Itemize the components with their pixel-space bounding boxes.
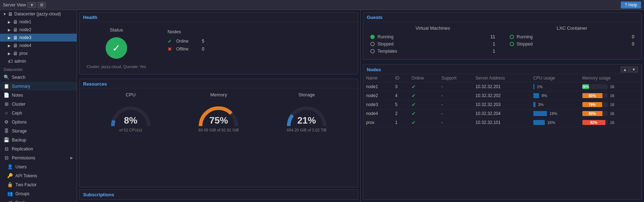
table-row[interactable]: prox 1 ✔ - 10.32.32.101 16% 92% 16 bbox=[363, 118, 641, 127]
cpu-bar bbox=[533, 120, 545, 125]
table-row[interactable]: node1 3 ✔ - 10.32.32.201 1% 26% 16 bbox=[363, 82, 641, 91]
node-cpu-usage: 8% bbox=[530, 91, 580, 100]
memory-sub: 69.69 GiB of 92.92 GiB bbox=[198, 128, 239, 132]
nodes-scroll[interactable]: Name ID Online Support Server Address CP… bbox=[363, 74, 641, 199]
cpu-sub: of 52 CPU(s) bbox=[119, 128, 142, 132]
node-name: node4 bbox=[363, 109, 392, 118]
node-cpu-usage: 3% bbox=[530, 100, 580, 109]
tree-label-node2: node2 bbox=[19, 27, 31, 32]
sidebar-item-cluster[interactable]: ⊞ Cluster bbox=[0, 100, 77, 109]
subscriptions-bar: Subscriptions bbox=[79, 189, 358, 200]
sidebar-item-label: Replication bbox=[12, 146, 33, 152]
summary-icon: 📋 bbox=[4, 83, 9, 89]
sidebar-item-label: Groups bbox=[15, 191, 29, 196]
lxc-running-row: Running 0 bbox=[510, 34, 635, 39]
server-view-gear[interactable]: ⚙ bbox=[38, 2, 46, 8]
node-address: 10.32.32.204 bbox=[473, 109, 530, 118]
node-offline-row: ✖ Offline 0 bbox=[168, 46, 205, 52]
cpu-bar bbox=[533, 93, 539, 98]
lxc-col: LXC Container Running 0 Stopped 0 bbox=[510, 25, 635, 56]
two-factor-icon: 🔒 bbox=[7, 182, 13, 187]
vm-title: Virtual Machines bbox=[370, 25, 495, 31]
node-id: 2 bbox=[392, 109, 409, 118]
node-memory-usage: 80% 16 bbox=[580, 91, 641, 100]
node-cpu-usage: 16% bbox=[530, 118, 580, 127]
search-icon: 🔍 bbox=[4, 74, 9, 80]
table-row[interactable]: node2 4 ✔ - 10.32.32.202 8% 80% 16 bbox=[363, 91, 641, 100]
tree-item-datacenter[interactable]: ▼ 🖥 Datacenter (jazzy-cloud) bbox=[0, 10, 77, 18]
table-row[interactable]: node3 5 ✔ - 10.32.32.203 3% 79% 16 bbox=[363, 100, 641, 109]
panel-nav-up[interactable]: ▲ bbox=[621, 67, 629, 72]
resources-panel: Resources CPU 8% bbox=[79, 79, 358, 187]
online-check-icon: ✔ bbox=[412, 102, 416, 107]
cpu-col: CPU 8% of 52 CPU(s) bbox=[107, 92, 154, 132]
table-row[interactable]: node4 2 ✔ - 10.32.32.204 19% 80% 16 bbox=[363, 109, 641, 118]
sidebar-item-api-tokens[interactable]: 🔑 API Tokens bbox=[0, 171, 77, 180]
sidebar-item-groups[interactable]: 👥 Groups bbox=[0, 189, 77, 198]
vm-templates-row: Templates 1 bbox=[370, 49, 495, 54]
pools-icon: 🏷 bbox=[7, 200, 13, 202]
node-support: - bbox=[438, 100, 472, 109]
storage-gauge: 21% bbox=[283, 101, 330, 126]
memory-bar-fill: 26% bbox=[582, 84, 589, 89]
node-online: ✔ bbox=[409, 100, 438, 109]
tree-item-node3[interactable]: ▶ 🖥 node3 bbox=[0, 34, 77, 42]
tree-item-node1[interactable]: ▶ 🖥 node1 bbox=[0, 18, 77, 26]
sidebar-item-ceph[interactable]: ○ Ceph bbox=[0, 109, 77, 117]
memory-number: 16 bbox=[610, 93, 614, 98]
sidebar-item-notes[interactable]: 📄 Notes bbox=[0, 91, 77, 100]
memory-number: 16 bbox=[610, 120, 614, 125]
sidebar-item-pools[interactable]: 🏷 Pools bbox=[0, 198, 77, 202]
lxc-running-icon bbox=[510, 35, 514, 39]
sidebar-item-search[interactable]: 🔍 Search bbox=[0, 73, 77, 82]
sidebar-item-label: Cluster bbox=[12, 102, 25, 107]
sidebar-item-label: Storage bbox=[12, 129, 27, 134]
health-nodes-col: Nodes ✔ Online 5 ✖ Offline 0 bbox=[168, 27, 205, 52]
sidebar-item-label: Summary bbox=[12, 84, 30, 89]
node-memory-usage: 79% 16 bbox=[580, 100, 641, 109]
sidebar-item-storage[interactable]: 🗄 Storage bbox=[0, 126, 77, 135]
sidebar-item-permissions[interactable]: ⊟ Permissions ▶ bbox=[0, 153, 77, 162]
memory-bar-fill: 79% bbox=[582, 102, 602, 107]
tree-item-admin[interactable]: 🏷 admin bbox=[0, 57, 77, 65]
server-view-dropdown[interactable]: ▼ bbox=[27, 2, 36, 8]
tree-root-label: Datacenter (jazzy-cloud) bbox=[14, 11, 61, 16]
sidebar-item-options[interactable]: ⚙ Options bbox=[0, 117, 77, 126]
sidebar-item-replication[interactable]: ⊟ Replication bbox=[0, 144, 77, 153]
node-name: prox bbox=[363, 118, 392, 127]
help-button[interactable]: ? Help bbox=[621, 1, 641, 9]
sidebar-item-two-factor[interactable]: 🔒 Two Factor bbox=[0, 180, 77, 189]
top-bar-title: Server View bbox=[3, 3, 26, 8]
sidebar-item-summary[interactable]: 📋 Summary bbox=[0, 82, 77, 91]
nodes-panel: Nodes ▲ ▼ Name ID Online bbox=[363, 64, 642, 200]
sidebar-item-label: Ceph bbox=[12, 111, 22, 116]
health-body: Status ✓ Cluster: jazzy-cloud, Quorate: … bbox=[80, 22, 358, 74]
vm-stopped-label: Stopped bbox=[378, 42, 485, 47]
tree-item-node2[interactable]: ▶ 🖥 node2 bbox=[0, 26, 77, 34]
node-name: node1 bbox=[363, 82, 392, 91]
node-online: ✔ bbox=[409, 82, 438, 91]
panel-nav-btns: ▲ ▼ bbox=[621, 67, 638, 72]
left-panel: ▼ 🖥 Datacenter (jazzy-cloud) ▶ 🖥 node1 ▶… bbox=[0, 10, 77, 202]
top-bar-left: Server View ▼ ⚙ bbox=[3, 2, 46, 8]
memory-title: Memory bbox=[210, 92, 227, 97]
node-name: node2 bbox=[363, 91, 392, 100]
cluster-info: Cluster: jazzy-cloud, Quorate: Yes bbox=[87, 64, 146, 69]
col-id: ID bbox=[392, 74, 409, 82]
sidebar-item-users[interactable]: 👤 Users bbox=[0, 162, 77, 171]
sidebar-item-label: Permissions bbox=[12, 155, 35, 160]
lxc-stopped-row: Stopped 0 bbox=[510, 42, 635, 47]
tree-item-node4[interactable]: ▶ 🖥 node4 bbox=[0, 42, 77, 49]
sidebar-section-title: Datacenter bbox=[0, 65, 77, 73]
panel-nav-down[interactable]: ▼ bbox=[630, 67, 638, 72]
memory-bar-container: 80% bbox=[582, 111, 607, 116]
sidebar-item-backup[interactable]: 💾 Backup bbox=[0, 135, 77, 144]
lxc-running-label: Running bbox=[517, 34, 625, 39]
tree-label-admin: admin bbox=[14, 59, 26, 64]
expand-icon: ▶ bbox=[8, 28, 11, 32]
memory-bar-fill: 80% bbox=[582, 93, 602, 98]
health-nodes-title: Nodes bbox=[168, 29, 205, 34]
vm-templates-count: 1 bbox=[488, 49, 495, 54]
lxc-stopped-icon bbox=[510, 42, 514, 46]
tree-item-prox[interactable]: ▶ 🖥 prox bbox=[0, 49, 77, 57]
